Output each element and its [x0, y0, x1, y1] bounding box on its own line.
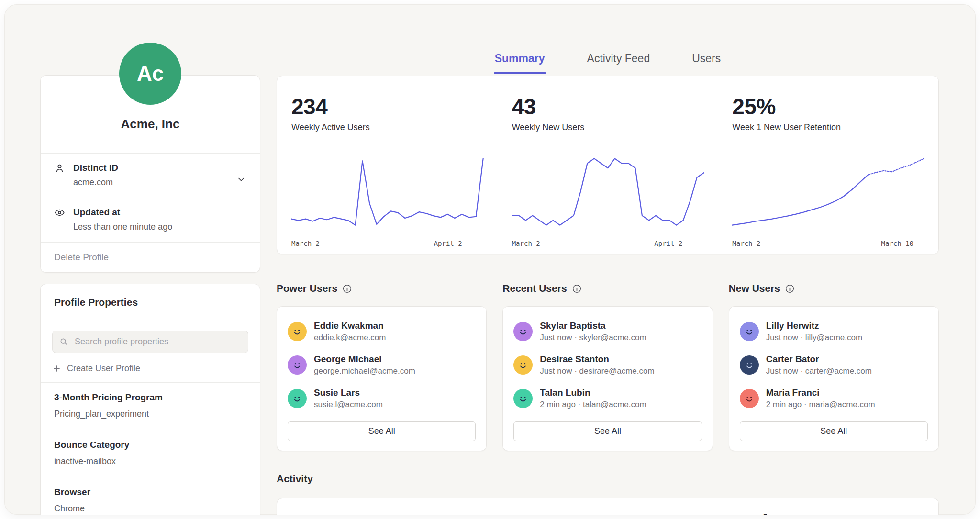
- app-window: Ac Acme, Inc Distinct ID acme.com: [4, 4, 976, 515]
- chevron-down-icon[interactable]: [236, 174, 246, 185]
- user-text: Desirae Stanton Just now · desirare@acme…: [540, 353, 654, 376]
- see-all-button[interactable]: See All: [288, 421, 476, 441]
- axis-tick-right: April 2: [654, 240, 682, 247]
- user-row[interactable]: Talan Lubin 2 min ago · talan@acme.com: [513, 387, 702, 409]
- smiley-face-icon: [742, 324, 757, 339]
- smiley-face-icon: [516, 324, 530, 339]
- axis-tick-left: March 2: [512, 240, 540, 247]
- user-text: Eddie Kwakman eddie.k@acme.com: [314, 320, 386, 342]
- user-subtitle: Just now · lilly@acme.com: [766, 333, 862, 342]
- user-row[interactable]: Susie Lars susie.l@acme.com: [288, 387, 476, 409]
- user-lists-row: Power Users: [277, 282, 939, 451]
- profile-properties-title: Profile Properties: [41, 284, 260, 319]
- create-user-profile-button[interactable]: Create User Profile: [52, 364, 248, 374]
- user-row[interactable]: George Michael george.michael@acme.com: [288, 353, 476, 376]
- power-users-header: Power Users: [277, 282, 487, 295]
- chart-axis: March 2 April 2: [291, 240, 483, 247]
- updated-at-label: Updated at: [73, 206, 172, 219]
- new-users-column: New Users: [729, 282, 939, 451]
- user-text: Skylar Baptista Just now · skyler@acme.c…: [540, 320, 646, 342]
- axis-tick-left: March 2: [291, 240, 320, 247]
- stat-value: 43: [512, 95, 704, 118]
- property-name: 3-Month Pricing Program: [54, 391, 246, 404]
- axis-tick-left: March 2: [732, 240, 760, 247]
- chart-axis: March 2 April 2: [512, 240, 704, 247]
- user-avatar: [288, 389, 307, 408]
- user-name: Carter Bator: [766, 353, 872, 364]
- user-text: Talan Lubin 2 min ago · talan@acme.com: [540, 387, 646, 409]
- user-name: Lilly Herwitz: [766, 320, 862, 331]
- chart-axis: March 2 March 10: [732, 240, 924, 247]
- stat-label: Weekly New Users: [512, 122, 704, 133]
- recent-users-title: Recent Users: [502, 283, 567, 294]
- axis-tick-right: April 2: [434, 240, 462, 247]
- new-users-title: New Users: [729, 283, 780, 294]
- user-name: Eddie Kwakman: [314, 320, 386, 331]
- activity-section-title: Activity: [277, 472, 939, 486]
- user-row[interactable]: Desirae Stanton Just now · desirare@acme…: [513, 353, 702, 376]
- user-row[interactable]: Lilly Herwitz Just now · lilly@acme.com: [740, 320, 928, 342]
- stat-weekly-active-users: 234 Weekly Active Users March 2 April 2: [277, 76, 498, 254]
- divider: [41, 319, 260, 319]
- user-text: Susie Lars susie.l@acme.com: [314, 387, 383, 409]
- user-text: Lilly Herwitz Just now · lilly@acme.com: [766, 320, 862, 342]
- user-avatar: [740, 355, 759, 375]
- user-subtitle: Just now · carter@acme.com: [766, 366, 872, 376]
- user-avatar: [513, 322, 533, 341]
- user-avatar: [288, 322, 307, 341]
- activity-card: 234 240 3.4k: [277, 498, 939, 515]
- person-icon: [54, 163, 65, 174]
- user-avatar: [513, 355, 533, 375]
- property-value: inactive-mailbox: [54, 455, 246, 467]
- info-icon[interactable]: [343, 284, 352, 293]
- smiley-face-icon: [290, 391, 304, 406]
- search-icon: [59, 337, 69, 347]
- user-avatar: [740, 389, 759, 408]
- user-name: George Michael: [314, 353, 415, 364]
- user-name: Skylar Baptista: [540, 320, 646, 331]
- property-name: Browser: [54, 486, 246, 498]
- user-subtitle: susie.l@acme.com: [314, 400, 383, 409]
- recent-users-column: Recent Users: [502, 282, 713, 451]
- info-icon[interactable]: [572, 284, 581, 293]
- user-row[interactable]: Eddie Kwakman eddie.k@acme.com: [288, 320, 476, 342]
- user-subtitle: george.michael@acme.com: [314, 366, 415, 376]
- property-search: [52, 331, 248, 353]
- recent-users-card: Skylar Baptista Just now · skyler@acme.c…: [502, 306, 713, 451]
- tab-summary[interactable]: Summary: [494, 50, 546, 70]
- stat-weekly-new-users: 43 Weekly New Users March 2 April 2: [498, 76, 718, 254]
- distinct-id-row: Distinct ID acme.com: [41, 154, 260, 198]
- power-users-card: Eddie Kwakman eddie.k@acme.com Geo: [277, 306, 487, 451]
- user-text: Maria Franci 2 min ago · maria@acme.com: [766, 387, 875, 409]
- user-name: Susie Lars: [314, 387, 383, 398]
- user-row[interactable]: Maria Franci 2 min ago · maria@acme.com: [740, 387, 928, 409]
- user-subtitle: Just now · desirare@acme.com: [540, 366, 654, 376]
- see-all-button[interactable]: See All: [513, 421, 702, 441]
- stat-label: Week 1 New User Retention: [732, 122, 924, 133]
- activity-stat: 240: [498, 511, 718, 515]
- delete-profile-button[interactable]: Delete Profile: [41, 243, 260, 272]
- updated-at-text: Updated at Less than one minute ago: [73, 206, 172, 233]
- new-users-card: Lilly Herwitz Just now · lilly@acme.com: [729, 306, 939, 451]
- property-value: Pricing_plan_experiment: [54, 408, 246, 420]
- recent-users-header: Recent Users: [502, 282, 713, 295]
- user-subtitle: Just now · skyler@acme.com: [540, 333, 646, 342]
- tab-users[interactable]: Users: [691, 50, 722, 70]
- user-subtitle: eddie.k@acme.com: [314, 333, 386, 342]
- property-row[interactable]: Browser Chrome: [41, 477, 260, 515]
- see-all-button[interactable]: See All: [740, 421, 928, 441]
- user-row[interactable]: Carter Bator Just now · carter@acme.com: [740, 353, 928, 376]
- distinct-id-text: Distinct ID acme.com: [73, 162, 118, 189]
- activity-stat: 3.4k: [718, 511, 938, 515]
- property-row[interactable]: 3-Month Pricing Program Pricing_plan_exp…: [41, 383, 260, 430]
- search-input[interactable]: [52, 331, 248, 353]
- user-row[interactable]: Skylar Baptista Just now · skyler@acme.c…: [513, 320, 702, 342]
- profile-properties-card: Profile Properties Create User Profile 3…: [40, 284, 260, 515]
- user-name: Desirae Stanton: [540, 353, 654, 364]
- property-row[interactable]: Bounce Category inactive-mailbox: [41, 430, 260, 477]
- tab-activity-feed[interactable]: Activity Feed: [586, 50, 651, 70]
- main-content: Summary Activity Feed Users 234 Weekly A…: [277, 50, 939, 515]
- axis-tick-right: March 10: [881, 240, 913, 247]
- info-icon[interactable]: [785, 284, 794, 293]
- power-users-title: Power Users: [277, 283, 337, 294]
